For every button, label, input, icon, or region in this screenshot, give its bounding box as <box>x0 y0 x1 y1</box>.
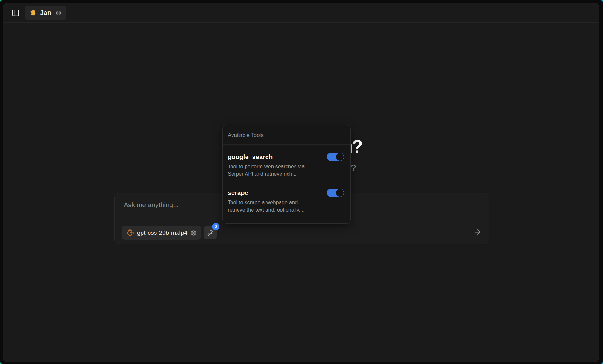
heading-fragment: ? <box>352 135 363 158</box>
model-selector[interactable]: gpt-oss-20b-mxfp4 <box>122 226 201 240</box>
llamacpp-icon <box>126 229 134 237</box>
panel-left-icon <box>12 9 20 17</box>
available-tools-popover: Available Tools google_search Tool to pe… <box>222 125 351 224</box>
app-name: Jan <box>40 9 51 17</box>
popover-title: Available Tools <box>223 125 350 145</box>
arrow-right-icon <box>474 228 482 236</box>
app-frame: Jan ? ? Ask me anything... <box>0 0 603 364</box>
tool-description: Tool to perform web searches via Serper … <box>228 163 312 178</box>
tools-button[interactable]: 2 <box>204 226 217 239</box>
tool-toggle-google-search[interactable] <box>327 153 344 161</box>
chat-empty-state: ? ? Ask me anything... <box>3 23 599 362</box>
tool-name: google_search <box>228 153 273 161</box>
model-settings-gear-icon[interactable] <box>190 230 197 236</box>
sidebar-toggle-button[interactable] <box>12 9 20 17</box>
tool-row-google-search: google_search <box>228 153 344 161</box>
chat-input-placeholder: Ask me anything... <box>124 201 179 208</box>
popover-body: google_search Tool to perform web search… <box>223 153 350 213</box>
tool-description: Tool to scrape a webpage and retrieve th… <box>228 199 312 213</box>
model-name: gpt-oss-20b-mxfp4 <box>137 229 187 236</box>
send-button[interactable] <box>473 227 482 236</box>
composer-toolbar: gpt-oss-20b-mxfp4 <box>122 226 217 240</box>
tool-name: scrape <box>228 189 248 197</box>
topbar: Jan <box>3 3 599 23</box>
tool-row-scrape: scrape <box>228 189 344 197</box>
app-title-pill[interactable]: Jan <box>25 6 66 20</box>
settings-gear-icon[interactable] <box>55 10 62 17</box>
tool-toggle-scrape[interactable] <box>327 189 344 197</box>
wrench-icon <box>207 230 214 236</box>
waving-hand-icon <box>29 9 37 17</box>
subtitle-fragment: ? <box>351 163 356 173</box>
enabled-tools-count-badge: 2 <box>212 223 219 230</box>
app-window: Jan ? ? Ask me anything... <box>3 3 599 362</box>
